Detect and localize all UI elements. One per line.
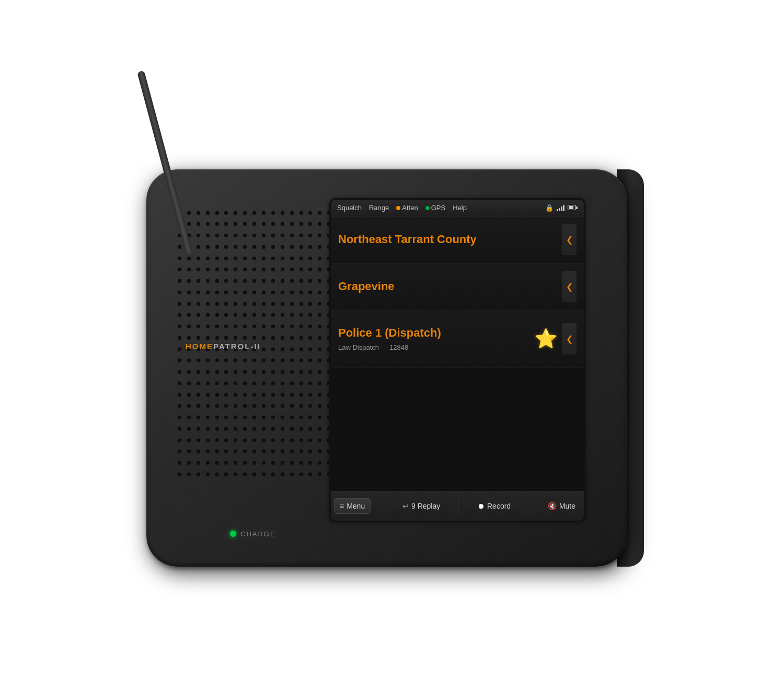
speaker-dot [262, 348, 266, 351]
speaker-dot [234, 245, 237, 249]
speaker-dot [271, 268, 275, 271]
list-item[interactable]: Police 1 (Dispatch) Law Dispatch 12848 ⭐… [331, 311, 584, 368]
speaker-dot [299, 257, 303, 260]
chevron-icon[interactable]: ❮ [562, 323, 577, 354]
atten-button[interactable]: Atten [396, 204, 418, 212]
menu-icon: ≡ [340, 502, 344, 510]
speaker-dot [262, 416, 266, 419]
speaker-dot [281, 279, 284, 283]
speaker-dot [178, 370, 181, 374]
speaker-dot [271, 382, 275, 385]
speaker-dot [197, 302, 200, 306]
speaker-dot [234, 370, 237, 374]
speaker-dot [290, 382, 294, 385]
speaker-dot [187, 473, 191, 476]
row-title: Northeast Tarrant County [338, 233, 558, 246]
speaker-dot [224, 325, 228, 328]
speaker-dot [206, 313, 210, 317]
speaker-dot [308, 427, 312, 431]
speaker-dot [262, 325, 266, 328]
mute-button[interactable]: 🔇 Mute [543, 499, 581, 513]
speaker-dot [271, 427, 275, 431]
record-button[interactable]: ⏺ Record [472, 499, 516, 513]
speaker-dot [197, 450, 200, 453]
speaker-dot [308, 404, 312, 408]
range-button[interactable]: Range [369, 204, 389, 212]
speaker-dot [187, 416, 191, 419]
speaker-dot [243, 313, 247, 317]
speaker-dot [299, 234, 303, 237]
gps-button[interactable]: GPS [425, 204, 445, 212]
speaker-dot [290, 450, 294, 453]
speaker-dot [318, 211, 321, 215]
speaker-dot [299, 450, 303, 453]
help-button[interactable]: Help [453, 204, 467, 212]
speaker-dot [271, 211, 275, 215]
atten-dot [396, 206, 400, 210]
speaker-dot [290, 291, 294, 294]
speaker-dot [215, 427, 219, 431]
speaker-dot [252, 257, 256, 260]
list-item[interactable]: Northeast Tarrant County ❮ [331, 216, 584, 263]
speaker-dot [299, 291, 303, 294]
speaker-dot [290, 473, 294, 476]
speaker-dot [299, 404, 303, 408]
list-item[interactable]: Grapevine ❮ [331, 263, 584, 311]
speaker-dot [290, 370, 294, 374]
speaker-dot [234, 291, 237, 294]
speaker-dot [206, 359, 210, 362]
row-text-area: Police 1 (Dispatch) Law Dispatch 12848 [338, 326, 534, 351]
speaker-dot [187, 404, 191, 408]
speaker-dot [318, 359, 321, 362]
speaker-dot [318, 268, 321, 271]
speaker-dot [262, 291, 266, 294]
speaker-dot [299, 279, 303, 283]
replay-button[interactable]: ↩ 9 Replay [397, 499, 445, 513]
speaker-dot [243, 222, 247, 226]
speaker-dot [187, 461, 191, 465]
speaker-dot [215, 461, 219, 465]
speaker-dot [234, 416, 237, 419]
speaker-dot [262, 257, 266, 260]
speaker-dot [262, 222, 266, 226]
speaker-dot [281, 302, 284, 306]
speaker-dot [197, 461, 200, 465]
speaker-dot [206, 450, 210, 453]
speaker-dot [224, 268, 228, 271]
speaker-dot [281, 348, 284, 351]
speaker-dot [318, 325, 321, 328]
speaker-dot [318, 473, 321, 476]
speaker-dot [215, 313, 219, 317]
charge-dot [230, 531, 236, 537]
charge-indicator: CHARGE [230, 530, 276, 538]
speaker-dot [281, 450, 284, 453]
speaker-dot [224, 416, 228, 419]
speaker-dot [281, 359, 284, 362]
speaker-dot [290, 302, 294, 306]
speaker-dot [234, 302, 237, 306]
speaker-dot [271, 393, 275, 397]
speaker-dot [281, 291, 284, 294]
squelch-button[interactable]: Squelch [337, 204, 362, 212]
speaker-dot [271, 336, 275, 340]
chevron-icon[interactable]: ❮ [562, 224, 577, 255]
speaker-dot [224, 336, 228, 340]
signal-bar-3 [561, 206, 562, 211]
speaker-dot [281, 313, 284, 317]
speaker-dot [224, 245, 228, 249]
speaker-dot [178, 416, 181, 419]
speaker-dot [243, 450, 247, 453]
speaker-dot [262, 370, 266, 374]
speaker-dot [252, 268, 256, 271]
speaker-dot [299, 313, 303, 317]
speaker-dot [281, 439, 284, 442]
menu-button[interactable]: ≡ Menu [334, 498, 371, 514]
speaker-dot [318, 439, 321, 442]
lock-icon: 🔒 [545, 204, 554, 212]
speaker-dot [290, 325, 294, 328]
speaker-dot [308, 245, 312, 249]
speaker-dot [290, 279, 294, 283]
speaker-dot [197, 234, 200, 237]
speaker-dot [290, 461, 294, 465]
chevron-icon[interactable]: ❮ [562, 271, 577, 302]
